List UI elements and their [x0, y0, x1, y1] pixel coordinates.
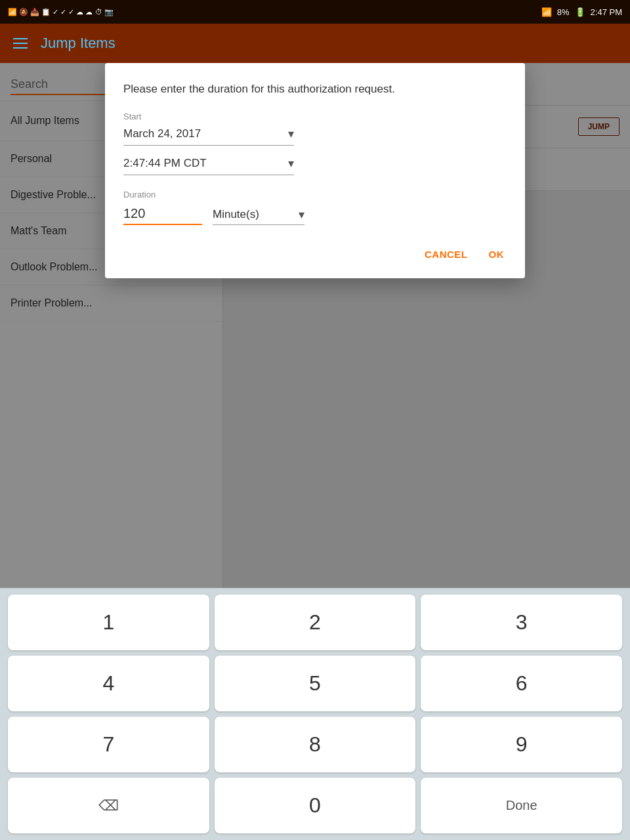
- status-bar: 📶 🔕 📥 📋 ✓ ✓ ✓ ☁ ☁ ⏱ 📷 📶 8% 🔋 2:47 PM: [0, 0, 630, 24]
- time-picker[interactable]: 2:47:44 PM CDT ▾: [123, 156, 294, 175]
- duration-unit-value: Minute(s): [213, 208, 299, 221]
- done-key[interactable]: Done: [421, 778, 622, 833]
- status-right: 📶 8% 🔋 2:47 PM: [541, 7, 622, 17]
- hamburger-menu-button[interactable]: [13, 38, 28, 49]
- key-1[interactable]: 1: [8, 595, 209, 650]
- key-4[interactable]: 4: [8, 656, 209, 711]
- date-value: March 24, 2017: [123, 127, 288, 140]
- app-title: Jump Items: [41, 35, 116, 52]
- duration-row: Minute(s) ▾: [123, 206, 507, 225]
- numeric-keyboard: 1 2 3 4 5 6 7 8 9 ⌫ 0 Done: [0, 588, 630, 840]
- key-0[interactable]: 0: [215, 778, 416, 833]
- key-6[interactable]: 6: [421, 656, 622, 711]
- date-dropdown-arrow: ▾: [288, 127, 294, 141]
- keyboard-grid: 1 2 3 4 5 6 7 8 9 ⌫ 0 Done: [8, 595, 622, 833]
- time-dropdown-arrow: ▾: [288, 156, 294, 171]
- authorization-dialog: Please enter the duration for this autho…: [105, 63, 525, 278]
- backspace-key[interactable]: ⌫: [8, 778, 209, 833]
- key-7[interactable]: 7: [8, 717, 209, 772]
- key-3[interactable]: 3: [421, 595, 622, 650]
- battery-text: 8%: [557, 7, 570, 17]
- key-9[interactable]: 9: [421, 717, 622, 772]
- ok-button[interactable]: OK: [486, 243, 507, 265]
- duration-label: Duration: [123, 190, 507, 200]
- unit-dropdown-arrow: ▾: [299, 207, 304, 222]
- start-label: Start: [123, 112, 507, 121]
- time-value: 2:47:44 PM CDT: [123, 157, 288, 170]
- key-8[interactable]: 8: [215, 717, 416, 772]
- key-5[interactable]: 5: [215, 656, 416, 711]
- battery-icon: 🔋: [575, 7, 585, 17]
- dialog-actions: CANCEL OK: [123, 243, 507, 265]
- key-2[interactable]: 2: [215, 595, 416, 650]
- status-icons: 📶 🔕 📥 📋 ✓ ✓ ✓ ☁ ☁ ⏱ 📷: [8, 8, 114, 16]
- wifi-icon: 📶: [541, 7, 552, 17]
- cancel-button[interactable]: CANCEL: [422, 243, 471, 265]
- duration-unit-picker[interactable]: Minute(s) ▾: [213, 207, 304, 225]
- dialog-message: Please enter the duration for this autho…: [123, 81, 507, 97]
- duration-input[interactable]: [123, 206, 202, 225]
- time-display: 2:47 PM: [591, 7, 622, 17]
- app-bar: Jump Items: [0, 24, 630, 63]
- date-picker[interactable]: March 24, 2017 ▾: [123, 127, 294, 146]
